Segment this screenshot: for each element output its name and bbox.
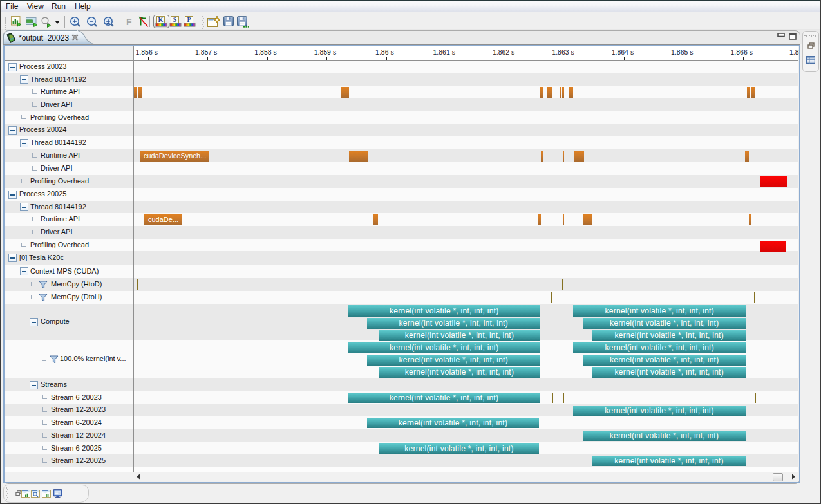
svg-text:P: P xyxy=(187,16,191,23)
svg-text:K: K xyxy=(158,16,164,23)
svg-text:S: S xyxy=(173,16,177,23)
